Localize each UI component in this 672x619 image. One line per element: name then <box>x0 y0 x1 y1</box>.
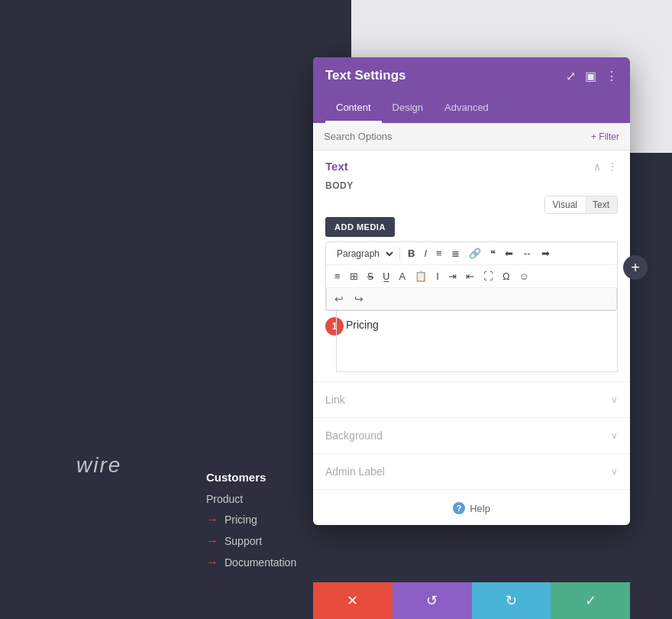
panel-header-icons: ⤢ ▣ ⋮ <box>566 69 618 83</box>
toolbar-sep <box>399 248 400 260</box>
help-button[interactable]: ? Help <box>453 502 490 514</box>
undo-redo-row: ↩ ↪ <box>326 288 617 310</box>
editor-wrapper: 1 Pricing <box>336 311 618 372</box>
fullscreen-icon[interactable]: ⤢ <box>566 69 576 83</box>
align-center-button[interactable]: ↔ <box>519 245 536 261</box>
link-section[interactable]: Link ∨ <box>313 382 630 418</box>
table-button[interactable]: ⊞ <box>346 268 362 284</box>
help-section: ? Help <box>313 490 630 525</box>
toolbar-row-1: Paragraph Heading 1 Heading 2 B I ≡ ≣ 🔗 … <box>326 242 617 265</box>
panel-body: Text ∧ ⋮ Body Visual Text ADD MEDIA <box>313 151 630 525</box>
nav-title: Customers <box>206 471 296 484</box>
nav-item-label: Documentation <box>225 556 296 569</box>
align-left-button[interactable]: ⬅ <box>501 245 517 261</box>
visual-view-button[interactable]: Visual <box>545 196 585 213</box>
section-header: Text ∧ ⋮ <box>325 160 618 173</box>
settings-panel: Text Settings ⤢ ▣ ⋮ Content Design Advan… <box>313 57 630 525</box>
paragraph-select[interactable]: Paragraph Heading 1 Heading 2 <box>331 246 396 261</box>
emoji-button[interactable]: ☺ <box>515 268 533 284</box>
link-button[interactable]: 🔗 <box>465 245 485 261</box>
nav-section: Customers Product → Pricing → Support → … <box>206 471 296 577</box>
strikethrough-button[interactable]: S̶ <box>363 268 377 284</box>
nav-item-label: Product <box>206 493 243 505</box>
add-media-button[interactable]: ADD MEDIA <box>325 217 395 237</box>
action-bar: ✕ ↺ ↻ ✓ <box>313 582 630 619</box>
list-item[interactable]: Product <box>206 493 296 505</box>
align-right-button[interactable]: ➡ <box>538 245 554 261</box>
list-item[interactable]: → Pricing <box>206 513 296 527</box>
cancel-button[interactable]: ✕ <box>313 582 393 619</box>
wire-logo: wire <box>76 453 121 478</box>
list-item[interactable]: → Documentation <box>206 556 296 569</box>
filter-button[interactable]: + Filter <box>591 131 619 142</box>
text-view-button[interactable]: Text <box>585 196 617 213</box>
search-bar: + Filter <box>313 123 630 151</box>
redo-button[interactable]: ↪ <box>351 291 367 306</box>
underline-button[interactable]: U̲ <box>379 268 394 284</box>
section-more-icon[interactable]: ⋮ <box>607 160 618 173</box>
redo-action-button[interactable]: ↻ <box>472 582 551 619</box>
nav-item-label: Pricing <box>225 514 257 526</box>
paste-button[interactable]: 📋 <box>411 268 431 284</box>
color-button[interactable]: A <box>396 268 410 284</box>
subscript-button[interactable]: I <box>432 268 443 284</box>
bullet-list-button[interactable]: ≡ <box>432 245 446 261</box>
arrow-icon: → <box>206 513 218 527</box>
collapse-icon[interactable]: ∧ <box>593 160 601 173</box>
fullscreen-editor-button[interactable]: ⛶ <box>480 268 497 284</box>
undo-button[interactable]: ↩ <box>331 291 347 306</box>
panel-tabs: Content Design Advanced <box>313 94 630 123</box>
admin-chevron-icon: ∨ <box>611 466 618 477</box>
outdent-button[interactable]: ⇤ <box>462 268 478 284</box>
undo-action-button[interactable]: ↺ <box>393 582 472 619</box>
format-toolbar: Paragraph Heading 1 Heading 2 B I ≡ ≣ 🔗 … <box>325 241 618 311</box>
toolbar-row-2: ≡ ⊞ S̶ U̲ A 📋 I ⇥ ⇤ ⛶ Ω ☺ <box>326 265 617 288</box>
panel-title: Text Settings <box>325 68 405 83</box>
panel-header: Text Settings ⤢ ▣ ⋮ <box>313 57 630 94</box>
tab-content[interactable]: Content <box>325 94 382 123</box>
section-title: Text <box>325 160 348 173</box>
tab-advanced[interactable]: Advanced <box>434 94 499 123</box>
more-icon[interactable]: ⋮ <box>606 69 618 83</box>
background-chevron-icon: ∨ <box>611 430 618 441</box>
arrow-icon: → <box>206 556 218 569</box>
help-icon: ? <box>453 502 465 514</box>
justify-button[interactable]: ≡ <box>331 268 344 284</box>
arrow-icon: → <box>206 534 218 548</box>
indent-button[interactable]: ⇥ <box>444 268 460 284</box>
layout-icon[interactable]: ▣ <box>585 69 596 83</box>
search-input[interactable] <box>324 131 591 142</box>
editor-toolbar-top: Visual Text <box>325 196 618 214</box>
background-section[interactable]: Background ∨ <box>313 418 630 454</box>
admin-label-title: Admin Label <box>325 465 385 478</box>
link-chevron-icon: ∨ <box>611 394 618 405</box>
save-button[interactable]: ✓ <box>551 582 630 619</box>
ordered-list-button[interactable]: ≣ <box>447 245 464 261</box>
add-button[interactable]: + <box>623 255 648 280</box>
link-title: Link <box>325 394 345 406</box>
special-char-button[interactable]: Ω <box>499 268 514 284</box>
text-section: Text ∧ ⋮ Body Visual Text ADD MEDIA <box>313 151 630 382</box>
tab-design[interactable]: Design <box>382 94 434 123</box>
background-title: Background <box>325 429 383 442</box>
body-label: Body <box>325 180 618 191</box>
blockquote-button[interactable]: ❝ <box>486 245 499 261</box>
view-toggle: Visual Text <box>544 196 618 214</box>
section-icons: ∧ ⋮ <box>593 160 618 173</box>
bold-button[interactable]: B <box>404 245 418 261</box>
list-item[interactable]: → Support <box>206 534 296 548</box>
editor-content: Pricing <box>346 319 379 331</box>
italic-button[interactable]: I <box>420 245 431 261</box>
admin-label-section[interactable]: Admin Label ∨ <box>313 454 630 490</box>
nav-item-label: Support <box>225 535 262 547</box>
help-label: Help <box>470 503 490 514</box>
editor-area[interactable]: Pricing <box>336 311 618 372</box>
